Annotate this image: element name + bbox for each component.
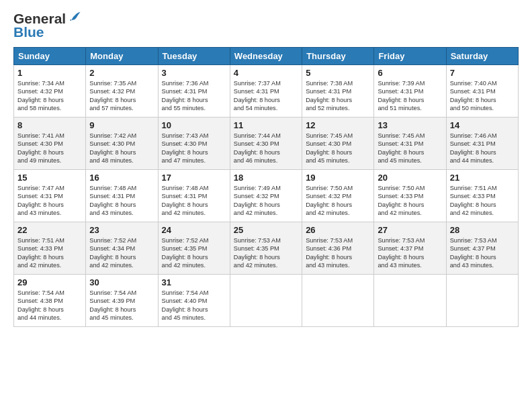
col-saturday: Saturday xyxy=(446,48,518,65)
sunset-text: Sunset: 4:33 PM xyxy=(378,192,442,200)
calendar-cell: 5Sunrise: 7:38 AMSunset: 4:31 PMDaylight… xyxy=(302,65,374,118)
daylight-text: Daylight: 8 hours xyxy=(450,253,515,261)
daylight-text-2: and 55 minutes. xyxy=(162,104,226,112)
daylight-text-2: and 50 minutes. xyxy=(450,104,515,112)
daylight-text: Daylight: 8 hours xyxy=(378,148,442,156)
daylight-text-2: and 44 minutes. xyxy=(17,314,82,322)
daylight-text: Daylight: 8 hours xyxy=(162,253,226,261)
daylight-text-2: and 54 minutes. xyxy=(234,104,298,112)
calendar-cell: 13Sunrise: 7:45 AMSunset: 4:31 PMDayligh… xyxy=(374,118,446,170)
sunrise-text: Sunrise: 7:52 AM xyxy=(89,236,154,244)
daylight-text-2: and 49 minutes. xyxy=(17,156,82,165)
calendar-header: Sunday Monday Tuesday Wednesday Thursday… xyxy=(14,48,519,65)
calendar-cell: 22Sunrise: 7:51 AMSunset: 4:33 PMDayligh… xyxy=(14,222,86,275)
calendar-cell xyxy=(374,275,446,327)
calendar-cell: 4Sunrise: 7:37 AMSunset: 4:31 PMDaylight… xyxy=(230,65,302,118)
day-number: 1 xyxy=(17,68,82,78)
sunrise-text: Sunrise: 7:45 AM xyxy=(378,132,442,140)
sunset-text: Sunset: 4:40 PM xyxy=(162,297,226,305)
calendar-cell: 26Sunrise: 7:53 AMSunset: 4:36 PMDayligh… xyxy=(302,222,374,275)
calendar-cell: 23Sunrise: 7:52 AMSunset: 4:34 PMDayligh… xyxy=(86,222,158,275)
sunset-text: Sunset: 4:31 PM xyxy=(450,140,515,148)
daylight-text-2: and 42 minutes. xyxy=(378,209,442,217)
day-number: 6 xyxy=(378,68,442,78)
cell-info: Sunrise: 7:49 AMSunset: 4:32 PMDaylight:… xyxy=(234,184,298,218)
daylight-text: Daylight: 8 hours xyxy=(378,201,442,209)
daylight-text-2: and 46 minutes. xyxy=(234,156,298,165)
col-sunday: Sunday xyxy=(14,48,86,65)
daylight-text: Daylight: 8 hours xyxy=(162,306,226,314)
cell-info: Sunrise: 7:52 AMSunset: 4:35 PMDaylight:… xyxy=(162,236,226,270)
daylight-text: Daylight: 8 hours xyxy=(162,96,226,104)
calendar-cell xyxy=(302,275,374,327)
sunset-text: Sunset: 4:30 PM xyxy=(162,140,226,148)
calendar-cell: 10Sunrise: 7:43 AMSunset: 4:30 PMDayligh… xyxy=(158,118,230,170)
day-number: 17 xyxy=(162,173,226,183)
sunset-text: Sunset: 4:31 PM xyxy=(234,87,298,95)
daylight-text: Daylight: 8 hours xyxy=(17,253,82,261)
cell-info: Sunrise: 7:48 AMSunset: 4:31 PMDaylight:… xyxy=(89,184,154,218)
cell-info: Sunrise: 7:54 AMSunset: 4:40 PMDaylight:… xyxy=(162,289,226,322)
sunset-text: Sunset: 4:30 PM xyxy=(89,140,154,148)
daylight-text: Daylight: 8 hours xyxy=(234,253,298,261)
sunset-text: Sunset: 4:31 PM xyxy=(450,87,515,95)
sunset-text: Sunset: 4:30 PM xyxy=(234,140,298,148)
cell-info: Sunrise: 7:50 AMSunset: 4:32 PMDaylight:… xyxy=(306,184,370,218)
daylight-text-2: and 42 minutes. xyxy=(89,261,154,269)
col-friday: Friday xyxy=(374,48,446,65)
logo: General Blue xyxy=(13,11,81,40)
day-number: 31 xyxy=(162,277,226,287)
sunset-text: Sunset: 4:37 PM xyxy=(450,244,515,253)
daylight-text-2: and 43 minutes. xyxy=(306,261,370,269)
day-number: 22 xyxy=(17,225,82,235)
daylight-text-2: and 52 minutes. xyxy=(306,104,370,112)
daylight-text: Daylight: 8 hours xyxy=(450,148,515,156)
cell-info: Sunrise: 7:51 AMSunset: 4:33 PMDaylight:… xyxy=(450,184,515,218)
calendar-cell: 14Sunrise: 7:46 AMSunset: 4:31 PMDayligh… xyxy=(446,118,518,170)
day-number: 8 xyxy=(17,120,82,130)
page: General Blue Sunday Monday Tuesday Wedne… xyxy=(0,0,532,334)
daylight-text: Daylight: 8 hours xyxy=(306,201,370,209)
daylight-text-2: and 42 minutes. xyxy=(450,209,515,217)
sunrise-text: Sunrise: 7:44 AM xyxy=(234,132,298,140)
sunset-text: Sunset: 4:32 PM xyxy=(306,192,370,200)
day-number: 24 xyxy=(162,225,226,235)
sunset-text: Sunset: 4:39 PM xyxy=(89,297,154,305)
daylight-text: Daylight: 8 hours xyxy=(306,253,370,261)
calendar: Sunday Monday Tuesday Wednesday Thursday… xyxy=(13,47,519,327)
calendar-cell: 19Sunrise: 7:50 AMSunset: 4:32 PMDayligh… xyxy=(302,170,374,222)
sunset-text: Sunset: 4:31 PM xyxy=(378,140,442,148)
sunset-text: Sunset: 4:30 PM xyxy=(17,140,82,148)
daylight-text-2: and 43 minutes. xyxy=(450,261,515,269)
day-number: 30 xyxy=(89,277,154,287)
sunset-text: Sunset: 4:33 PM xyxy=(450,192,515,200)
cell-info: Sunrise: 7:34 AMSunset: 4:32 PMDaylight:… xyxy=(17,79,82,113)
cell-info: Sunrise: 7:35 AMSunset: 4:32 PMDaylight:… xyxy=(89,79,154,113)
sunrise-text: Sunrise: 7:54 AM xyxy=(162,289,226,297)
calendar-cell: 17Sunrise: 7:48 AMSunset: 4:31 PMDayligh… xyxy=(158,170,230,222)
sunrise-text: Sunrise: 7:36 AM xyxy=(162,79,226,87)
cell-info: Sunrise: 7:47 AMSunset: 4:31 PMDaylight:… xyxy=(17,184,82,218)
sunrise-text: Sunrise: 7:51 AM xyxy=(17,236,82,244)
sunrise-text: Sunrise: 7:34 AM xyxy=(17,79,82,87)
cell-info: Sunrise: 7:53 AMSunset: 4:35 PMDaylight:… xyxy=(234,236,298,270)
daylight-text: Daylight: 8 hours xyxy=(89,201,154,209)
day-number: 15 xyxy=(17,173,82,183)
calendar-cell: 2Sunrise: 7:35 AMSunset: 4:32 PMDaylight… xyxy=(86,65,158,118)
cell-info: Sunrise: 7:42 AMSunset: 4:30 PMDaylight:… xyxy=(89,132,154,165)
daylight-text: Daylight: 8 hours xyxy=(89,253,154,261)
daylight-text: Daylight: 8 hours xyxy=(450,96,515,104)
cell-info: Sunrise: 7:54 AMSunset: 4:39 PMDaylight:… xyxy=(89,289,154,322)
day-number: 26 xyxy=(306,225,370,235)
daylight-text-2: and 57 minutes. xyxy=(89,104,154,112)
calendar-cell: 28Sunrise: 7:53 AMSunset: 4:37 PMDayligh… xyxy=(446,222,518,275)
logo-bird-icon xyxy=(66,9,81,24)
day-number: 27 xyxy=(378,225,442,235)
calendar-cell: 7Sunrise: 7:40 AMSunset: 4:31 PMDaylight… xyxy=(446,65,518,118)
sunrise-text: Sunrise: 7:49 AM xyxy=(234,184,298,192)
daylight-text: Daylight: 8 hours xyxy=(234,148,298,156)
daylight-text-2: and 42 minutes. xyxy=(306,209,370,217)
sunrise-text: Sunrise: 7:47 AM xyxy=(17,184,82,192)
calendar-cell: 16Sunrise: 7:48 AMSunset: 4:31 PMDayligh… xyxy=(86,170,158,222)
sunrise-text: Sunrise: 7:42 AM xyxy=(89,132,154,140)
